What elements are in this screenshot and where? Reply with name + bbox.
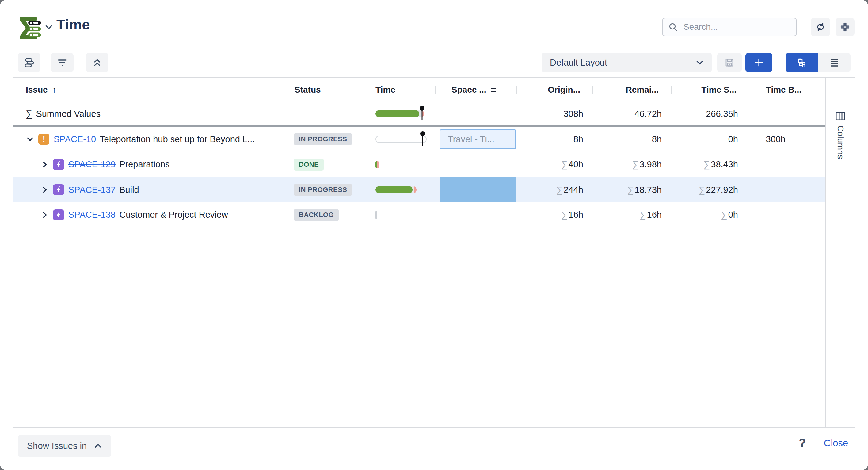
structure-logo-icon[interactable] xyxy=(17,16,43,40)
list-view-toggle[interactable] xyxy=(818,53,850,72)
sum-sigma-prefix: ∑ xyxy=(699,185,705,195)
double-chevron-up-icon xyxy=(92,57,103,68)
table-row[interactable]: SPACE-129 Preparations DONE ∑40h ∑3.98h … xyxy=(13,152,826,177)
hamburger-icon xyxy=(829,57,840,68)
column-header-remaining[interactable]: Remai... xyxy=(592,78,671,102)
search-input[interactable] xyxy=(662,18,797,36)
status-badge: IN PROGRESS xyxy=(294,133,352,145)
search-icon xyxy=(668,22,678,32)
space-cell[interactable]: Travel - Ti... xyxy=(435,127,516,152)
original-estimate-cell: ∑16h xyxy=(516,202,592,227)
issue-table: Issue↑StatusTimeSpace ...≡Origin...Remai… xyxy=(13,77,855,428)
table-row[interactable]: SPACE-137 Build IN PROGRESS ∑244h ∑18.73… xyxy=(13,177,826,202)
remaining-estimate-cell: ∑16h xyxy=(592,202,671,227)
time-progress-bar xyxy=(375,207,377,223)
columns-panel-toggle[interactable]: Columns xyxy=(826,78,855,428)
original-estimate-cell: ∑40h xyxy=(516,152,592,177)
column-header-issue[interactable]: Issue↑ xyxy=(13,78,283,102)
sum-sigma-prefix: ∑ xyxy=(640,210,646,220)
collapse-all-button[interactable] xyxy=(86,53,108,72)
summed-timespent-cell: 266.35h xyxy=(671,102,749,125)
refresh-icon xyxy=(815,22,826,32)
column-menu-icon[interactable]: ≡ xyxy=(491,84,497,96)
sum-sigma-prefix: ∑ xyxy=(627,185,634,195)
space-field-input[interactable]: Travel - Ti... xyxy=(440,129,516,149)
column-header-time[interactable]: Time xyxy=(360,78,435,102)
issue-key-link[interactable]: SPACE-129 xyxy=(68,159,116,170)
collapse-corners-icon xyxy=(840,22,850,32)
space-cell[interactable] xyxy=(435,152,516,177)
sigma-icon: ∑ xyxy=(26,109,32,119)
summed-values-label: ∑ Summed Values xyxy=(13,102,283,125)
issue-cell: ! SPACE-10 Teleportation hub set up for … xyxy=(13,127,283,152)
space-cell[interactable] xyxy=(435,202,516,227)
time-spent-cell: ∑38.43h xyxy=(671,152,749,177)
status-cell: DONE xyxy=(283,152,360,177)
plus-icon xyxy=(753,57,765,68)
column-header-space[interactable]: Space ...≡ xyxy=(435,78,516,102)
filter-icon xyxy=(57,57,68,68)
chevron-down-icon xyxy=(696,60,704,65)
time-b-cell: 300h xyxy=(749,127,826,152)
time-b-cell xyxy=(749,177,826,202)
time-progress-bar xyxy=(375,131,427,147)
issue-key-link[interactable]: SPACE-138 xyxy=(68,210,116,220)
time-progress-cell xyxy=(360,202,435,227)
summed-values-row: ∑ Summed Values 308h 46.72h 266.35h xyxy=(13,102,826,127)
search-field[interactable] xyxy=(683,22,791,32)
show-issues-in-button[interactable]: Show Issues in xyxy=(18,435,111,457)
time-b-cell xyxy=(749,202,826,227)
sum-sigma-prefix: ∑ xyxy=(561,210,568,220)
save-icon xyxy=(724,57,735,68)
close-link[interactable]: Close xyxy=(824,438,848,449)
sum-sigma-prefix: ∑ xyxy=(704,159,710,170)
space-cell[interactable] xyxy=(435,177,516,202)
issue-summary: Teleportation hub set up for Beyond L... xyxy=(100,134,255,144)
columns-panel-label: Columns xyxy=(836,125,845,159)
collapse-chevron-icon[interactable] xyxy=(25,135,35,144)
time-progress-cell xyxy=(360,177,435,202)
add-button[interactable] xyxy=(745,53,772,72)
remaining-estimate-cell: ∑3.98h xyxy=(592,152,671,177)
page-title: Time xyxy=(56,16,90,33)
expand-chevron-icon[interactable] xyxy=(40,185,49,195)
issue-cell: SPACE-137 Build xyxy=(13,177,283,202)
sum-sigma-prefix: ∑ xyxy=(561,159,568,170)
issue-type-icon xyxy=(53,209,64,221)
table-row[interactable]: SPACE-138 Customer & Project Review BACK… xyxy=(13,202,826,227)
sum-sigma-prefix: ∑ xyxy=(632,159,639,170)
column-header-original[interactable]: Origin... xyxy=(516,78,592,102)
status-badge: BACKLOG xyxy=(294,209,339,221)
time-progress-bar xyxy=(375,106,424,122)
table-row[interactable]: ! SPACE-10 Teleportation hub set up for … xyxy=(13,127,826,152)
issue-type-icon xyxy=(53,184,64,195)
time-spent-cell: ∑0h xyxy=(671,202,749,227)
filter-button[interactable] xyxy=(51,53,73,72)
expand-chevron-icon[interactable] xyxy=(40,210,49,219)
exit-fullscreen-button[interactable] xyxy=(836,18,855,36)
expand-chevron-icon[interactable] xyxy=(40,160,49,169)
issue-type-icon: ! xyxy=(38,134,49,145)
help-icon[interactable]: ? xyxy=(799,437,806,450)
remaining-estimate-cell: 8h xyxy=(592,127,671,152)
column-header-timeb[interactable]: Time B... xyxy=(749,78,826,102)
chevron-down-icon[interactable] xyxy=(45,25,53,31)
layout-selector[interactable]: Default Layout xyxy=(542,53,712,72)
column-header-status[interactable]: Status xyxy=(283,78,360,102)
column-header-timespent[interactable]: Time S... xyxy=(671,78,749,102)
issue-key-link[interactable]: SPACE-137 xyxy=(68,185,116,195)
issue-key-link[interactable]: SPACE-10 xyxy=(54,134,96,144)
issue-summary: Build xyxy=(119,185,139,195)
selected-cell-highlight[interactable] xyxy=(440,177,516,202)
issue-summary: Preparations xyxy=(119,159,169,170)
tree-view-toggle[interactable] xyxy=(785,53,818,72)
original-estimate-cell: ∑244h xyxy=(516,177,592,202)
time-b-cell xyxy=(749,152,826,177)
refresh-button[interactable] xyxy=(811,18,830,36)
table-header-row: Issue↑StatusTimeSpace ...≡Origin...Remai… xyxy=(13,78,826,102)
group-by-button[interactable] xyxy=(18,53,40,72)
status-cell: IN PROGRESS xyxy=(283,127,360,152)
time-progress-bar xyxy=(375,157,379,173)
save-layout-button[interactable] xyxy=(717,53,742,72)
status-badge: IN PROGRESS xyxy=(294,184,352,196)
